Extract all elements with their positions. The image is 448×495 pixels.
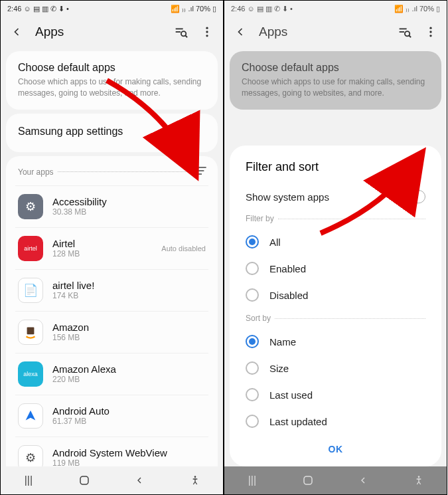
nav-bar: ||| [224, 466, 447, 494]
app-row-accessibility[interactable]: ⚙ Accessibility30.38 MB [15, 185, 208, 227]
your-apps-label: Your apps [18, 167, 54, 177]
more-icon[interactable] [199, 24, 215, 40]
sort-lastused[interactable]: Last used [246, 381, 425, 408]
svg-point-12 [194, 476, 196, 478]
default-apps-title: Choose default apps [18, 62, 206, 74]
svg-rect-10 [27, 327, 35, 334]
app-tag: Auto disabled [161, 245, 206, 252]
default-apps-title: Choose default apps [242, 62, 429, 74]
show-system-row[interactable]: Show system apps [246, 187, 425, 206]
radio-icon [246, 262, 259, 275]
nav-home[interactable] [76, 472, 93, 489]
nav-recents[interactable]: ||| [244, 472, 261, 489]
app-icon-alexa: alexa [18, 361, 43, 387]
app-size: 174 KB [52, 291, 206, 300]
radio-icon [246, 335, 259, 348]
right-screen: 2:46☺ ▤ ▥ ✆ ⬇ • 📶 ₎₎ .ıl70%▯ Apps Choose… [224, 0, 447, 495]
sort-by-label: Sort by [246, 314, 271, 323]
app-header: Apps [224, 17, 447, 47]
show-system-toggle[interactable] [400, 190, 425, 203]
svg-line-3 [185, 36, 187, 38]
ok-button[interactable]: OK [246, 435, 425, 457]
divider-dots [58, 171, 188, 172]
default-apps-card[interactable]: Choose default apps Choose which apps to… [6, 51, 218, 110]
divider-dots [278, 219, 425, 219]
filter-sort-sheet: Filter and sort Show system apps Filter … [230, 146, 441, 466]
radio-label: Last updated [269, 416, 327, 427]
svg-point-18 [429, 31, 431, 33]
status-time: 2:46 [231, 5, 245, 13]
samsung-settings-card[interactable]: Samsung app settings [6, 114, 218, 152]
search-icon[interactable] [173, 24, 188, 40]
nav-recents[interactable]: ||| [20, 472, 37, 489]
filter-enabled[interactable]: Enabled [246, 255, 425, 282]
left-screen: 2:46☺ ▤ ▥ ✆ ⬇ • 📶 ₎₎ .ıl70%▯ Apps Choose… [0, 0, 224, 495]
search-icon[interactable] [396, 24, 412, 40]
radio-label: Size [269, 363, 289, 374]
status-time: 2:46 [7, 5, 21, 13]
radio-icon [246, 415, 259, 428]
app-name: Android Auto [52, 405, 206, 417]
default-apps-card-dim: Choose default apps Choose which apps to… [230, 51, 441, 110]
divider-dots [275, 318, 425, 319]
back-icon[interactable] [9, 24, 25, 40]
app-name: Android System WebView [52, 447, 206, 458]
app-size: 61.37 MB [52, 417, 206, 426]
radio-label: Name [269, 336, 296, 347]
radio-icon [246, 388, 259, 401]
sort-size[interactable]: Size [246, 355, 425, 381]
app-icon-airtel: airtel [18, 236, 43, 261]
nav-accessibility[interactable] [187, 472, 204, 489]
svg-point-5 [206, 31, 208, 33]
svg-point-2 [181, 31, 186, 36]
app-row-androidauto[interactable]: Android Auto61.37 MB [15, 395, 208, 437]
default-apps-sub: Choose which apps to use for making call… [18, 76, 206, 99]
app-name: airtel live! [52, 280, 206, 291]
app-header: Apps [1, 17, 223, 47]
page-title: Apps [259, 25, 386, 39]
svg-point-17 [429, 27, 431, 29]
radio-icon [246, 361, 259, 375]
apps-list-card: Your apps ⚙ Accessibility30.38 MB airtel… [6, 156, 218, 486]
app-icon-accessibility: ⚙ [18, 194, 43, 219]
sheet-title: Filter and sort [246, 160, 425, 174]
nav-back[interactable] [354, 472, 372, 489]
app-row-airtel[interactable]: airtel Airtel128 MB Auto disabled [15, 227, 208, 269]
sort-icon[interactable] [195, 164, 208, 180]
sort-name[interactable]: Name [246, 328, 425, 355]
app-icon-amazon [18, 320, 43, 345]
status-icons-left: ☺ ▤ ▥ ✆ ⬇ • [23, 5, 68, 13]
back-icon[interactable] [232, 24, 248, 40]
filter-all[interactable]: All [246, 229, 425, 255]
nav-home[interactable] [299, 472, 317, 489]
app-row-airtellive[interactable]: 📄 airtel live!174 KB [15, 269, 208, 311]
svg-point-4 [206, 27, 208, 29]
app-name: Airtel [52, 238, 152, 249]
status-icons-left: ☺ ▤ ▥ ✆ ⬇ • [247, 5, 292, 13]
nav-back[interactable] [131, 472, 148, 489]
radio-label: Disabled [269, 290, 308, 301]
samsung-settings-title: Samsung app settings [18, 126, 206, 138]
default-apps-sub: Choose which apps to use for making call… [242, 76, 429, 99]
app-name: Amazon Alexa [52, 363, 206, 375]
app-row-amazon[interactable]: Amazon156 MB [15, 311, 208, 353]
filter-disabled[interactable]: Disabled [246, 282, 425, 308]
svg-point-6 [206, 35, 208, 37]
page-title: Apps [35, 25, 162, 39]
app-row-alexa[interactable]: alexa Amazon Alexa220 MB [15, 353, 208, 395]
status-battery: 70% [419, 5, 434, 13]
status-bar: 2:46☺ ▤ ▥ ✆ ⬇ • 📶 ₎₎ .ıl70%▯ [224, 1, 447, 17]
battery-icon: ▯ [436, 5, 440, 13]
sort-lastupdated[interactable]: Last updated [246, 408, 425, 435]
svg-rect-11 [80, 476, 88, 484]
nav-accessibility[interactable] [410, 472, 427, 489]
radio-label: Last used [269, 389, 313, 401]
radio-icon [246, 235, 259, 248]
app-icon-androidauto [18, 403, 43, 429]
status-icons-right: 📶 ₎₎ .ıl [394, 5, 417, 13]
app-icon-airtellive: 📄 [18, 278, 43, 303]
svg-point-15 [405, 31, 410, 36]
radio-label: All [269, 237, 281, 248]
app-name: Accessibility [52, 196, 206, 207]
more-icon[interactable] [423, 24, 439, 40]
